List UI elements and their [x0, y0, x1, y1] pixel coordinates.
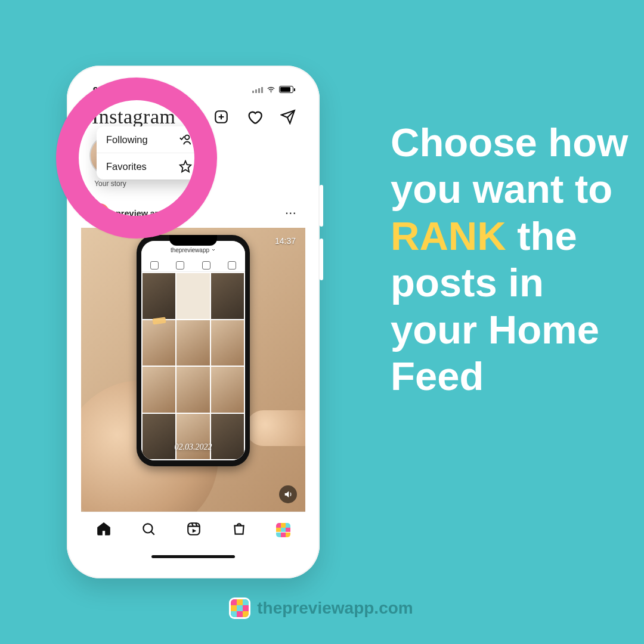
- activity-heart-button[interactable]: [246, 108, 264, 126]
- search-icon: [141, 521, 156, 537]
- tab-search[interactable]: [141, 521, 156, 539]
- home-icon: [96, 521, 112, 537]
- svg-marker-12: [193, 529, 197, 533]
- tab-shop[interactable]: [231, 521, 247, 539]
- dropdown-item-following[interactable]: Following: [97, 126, 202, 153]
- tab-profile[interactable]: [276, 523, 290, 537]
- home-indicator: [81, 547, 305, 565]
- caption-highlight: RANK: [391, 213, 506, 258]
- caption-pre: Choose how you want to: [391, 120, 628, 211]
- video-timestamp: 14:37: [275, 236, 296, 246]
- chevron-down-icon[interactable]: [179, 113, 187, 121]
- profile-icon: [276, 523, 290, 537]
- post-author-avatar[interactable]: [89, 203, 110, 224]
- wifi-icon: [267, 85, 275, 94]
- phone-screen: 9:13 Instagram: [81, 79, 305, 565]
- hand-illustration: [246, 410, 305, 446]
- dropdown-label: Favorites: [106, 161, 147, 172]
- status-right: [252, 85, 293, 94]
- new-post-button[interactable]: [212, 108, 230, 126]
- svg-rect-8: [188, 523, 200, 535]
- svg-line-7: [151, 531, 154, 534]
- caption-text: Choose how you want to RANK the posts in…: [391, 119, 629, 400]
- svg-point-6: [144, 524, 153, 532]
- inner-phone-illustration: thepreviewapp 02.03.2022: [137, 235, 250, 466]
- following-icon: [179, 133, 192, 146]
- post-author-username[interactable]: preview.app: [116, 209, 165, 218]
- chevron-down-icon: [211, 247, 216, 252]
- dropdown-label: Following: [106, 134, 148, 145]
- bottom-tab-bar: [81, 512, 305, 547]
- shop-icon: [231, 521, 247, 537]
- tab-reels[interactable]: [186, 521, 202, 539]
- post-more-button[interactable]: ···: [286, 208, 297, 219]
- star-icon: [179, 160, 192, 173]
- messages-button[interactable]: [279, 108, 297, 126]
- sound-icon: [283, 490, 293, 499]
- feed-sort-dropdown: Following Favorites: [97, 126, 202, 179]
- inner-date-overlay: 02.03.2022: [175, 442, 212, 452]
- svg-marker-5: [180, 161, 191, 172]
- phone-frame: 9:13 Instagram: [67, 66, 320, 578]
- dropdown-item-favorites[interactable]: Favorites: [97, 153, 202, 179]
- cellular-icon: [252, 86, 263, 93]
- svg-point-0: [271, 92, 271, 92]
- brand-logo-icon: [231, 599, 249, 617]
- mute-button[interactable]: [279, 485, 297, 503]
- status-bar: 9:13: [81, 79, 305, 100]
- tab-home[interactable]: [96, 521, 112, 539]
- post-header: preview.app ···: [81, 199, 305, 228]
- reels-icon: [186, 521, 202, 537]
- battery-icon: [279, 86, 293, 93]
- phone-side-button: [320, 239, 323, 280]
- footer-credit: thepreviewapp.com: [0, 599, 644, 618]
- svg-point-4: [185, 135, 189, 140]
- instagram-logo[interactable]: Instagram: [92, 106, 175, 128]
- inner-app-name: thepreviewapp: [171, 247, 209, 253]
- story-label: Your story: [94, 179, 126, 188]
- phone-side-button: [320, 185, 323, 227]
- footer-url: thepreviewapp.com: [257, 599, 413, 618]
- status-time: 9:13: [93, 85, 111, 95]
- post-media[interactable]: thepreviewapp 02.03.2022 14:37: [81, 228, 305, 512]
